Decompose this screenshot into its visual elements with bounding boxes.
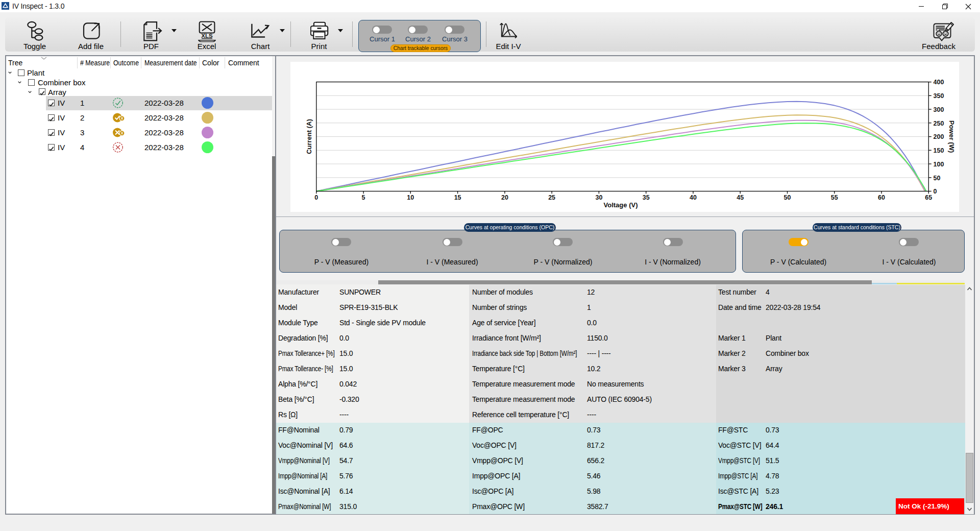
svg-text:0: 0 (314, 194, 318, 201)
svg-text:10: 10 (407, 194, 414, 201)
svg-text:Power (W): Power (W) (948, 120, 955, 153)
svg-text:60: 60 (878, 194, 885, 201)
svg-text:Current (A): Current (A) (305, 119, 313, 154)
svg-text:350: 350 (934, 92, 944, 100)
svg-text:20: 20 (501, 194, 508, 201)
svg-text:15: 15 (454, 194, 461, 201)
svg-text:0: 0 (934, 188, 937, 195)
svg-text:25: 25 (548, 194, 555, 201)
svg-text:5: 5 (362, 194, 365, 201)
svg-text:55: 55 (831, 194, 838, 201)
svg-text:40: 40 (690, 194, 697, 201)
svg-text:65: 65 (925, 194, 932, 201)
svg-text:50: 50 (784, 194, 791, 201)
svg-text:400: 400 (934, 79, 944, 86)
svg-text:250: 250 (934, 120, 944, 127)
svg-text:35: 35 (643, 194, 650, 201)
svg-text:300: 300 (934, 106, 944, 113)
svg-text:30: 30 (595, 194, 602, 201)
svg-text:150: 150 (934, 147, 944, 154)
svg-text:50: 50 (934, 175, 941, 182)
svg-text:XLS: XLS (201, 33, 213, 39)
svg-text:Voltage (V): Voltage (V) (604, 201, 638, 209)
svg-text:45: 45 (737, 194, 744, 201)
svg-text:200: 200 (934, 133, 944, 140)
svg-text:100: 100 (934, 161, 944, 168)
